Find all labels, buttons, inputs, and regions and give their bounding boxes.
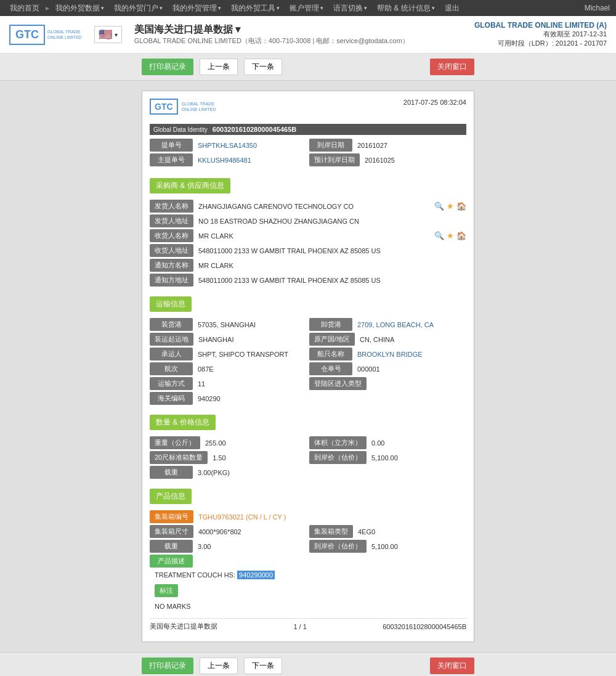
field-transport-mode: 运输方式 11: [150, 377, 307, 390]
home-icon[interactable]: 🏠: [456, 202, 466, 211]
value-consignee-name: MR CLARK: [193, 230, 432, 242]
label-consignee-name: 收货人名称: [150, 229, 193, 242]
label-manifest: 仓单号: [309, 362, 352, 375]
search-icon[interactable]: 🔍: [434, 231, 444, 240]
row-consignee-addr: 收货人地址 548011000 2133 W GAMBIT TRAIL PHOE…: [150, 244, 466, 257]
star-icon[interactable]: ★: [447, 202, 454, 211]
value-est-arrival: 20161025: [360, 155, 466, 166]
marks-button[interactable]: 标注: [155, 584, 178, 597]
label-notify-addr: 通知方地址: [150, 274, 193, 287]
nav-account[interactable]: 账户管理 ▾: [286, 1, 327, 16]
field-country-origin: 原产国/地区 CN, CHINA: [309, 333, 466, 346]
account-ldr: 可用时段（LDR）: 201201 - 201707: [474, 39, 607, 48]
label-master-bill: 主提单号: [150, 153, 193, 166]
account-validity: 有效期至 2017-12-31: [474, 30, 607, 39]
identity-label: Global Data Identity: [153, 126, 208, 133]
nav-logout[interactable]: 退出: [441, 1, 463, 16]
prev-button-bottom[interactable]: 上一条: [200, 658, 238, 674]
field-manifest: 仓单号 000001: [309, 362, 466, 375]
next-button[interactable]: 下一条: [244, 59, 282, 75]
nav-language[interactable]: 语言切换 ▾: [330, 1, 371, 16]
row-notify-name: 通知方名称 MR CLARK: [150, 259, 466, 272]
label-shipper-addr: 发货人地址: [150, 214, 193, 227]
row-voyage: 航次 087E 仓单号 000001: [150, 362, 466, 377]
field-landing-type: 登陆区进入类型: [309, 377, 466, 390]
home-icon[interactable]: 🏠: [456, 231, 466, 240]
marks-btn-area: 标注: [150, 580, 466, 601]
label-prod-price: 到岸价（估价）: [309, 540, 367, 553]
print-button[interactable]: 打印易记录: [142, 59, 193, 75]
print-button-bottom[interactable]: 打印易记录: [142, 658, 193, 674]
star-icon[interactable]: ★: [447, 231, 454, 240]
row-carrier: 承运人 SHPT, SHIPCO TRANSPORT 船只名称 BROOKLYN…: [150, 348, 466, 362]
row-shipper-name: 发货人名称 ZHANGJIAGANG CARENOVO TECHNOLOGY C…: [150, 200, 466, 213]
value-container-num: TGHU9763021 (CN / L / CY ): [193, 511, 466, 523]
marks-value: NO MARKS: [150, 601, 466, 612]
top-toolbar: 打印易记录 上一条 下一条 关闭窗口: [0, 54, 616, 81]
label-bill: 提单号: [150, 139, 193, 152]
section-buyer-supplier: 采购商 & 供应商信息: [150, 178, 230, 193]
value-load-port: 57035, SHANGHAI: [193, 319, 307, 330]
value-vessel: BROOKLYN BRIDGE: [352, 349, 466, 360]
logo-text: GTC: [15, 28, 39, 41]
close-button[interactable]: 关闭窗口: [430, 59, 474, 75]
nav-help[interactable]: 帮助 & 统计信息 ▾: [373, 1, 439, 16]
value-master-bill: KKLUSH9486481: [193, 155, 307, 166]
close-button-bottom[interactable]: 关闭窗口: [430, 658, 474, 674]
label-volume: 体积（立方米）: [309, 436, 367, 449]
doc-datetime: 2017-07-25 08:32:04: [403, 99, 466, 106]
value-transport-mode: 11: [193, 378, 307, 389]
value-prod-price: 5,100.00: [367, 541, 466, 552]
nav-management[interactable]: 我的外贸管理 ▾: [169, 1, 225, 16]
logo: GTC: [9, 25, 45, 45]
label-consignee-addr: 收货人地址: [150, 244, 193, 257]
row-container-num: 集装箱编号 TGHU9763021 (CN / L / CY ): [150, 510, 466, 523]
search-icon[interactable]: 🔍: [434, 202, 444, 211]
label-customs-code: 海关编码: [150, 392, 193, 405]
nav-user: Michael: [585, 4, 610, 12]
field-vessel: 船只名称 BROOKLYN BRIDGE: [309, 348, 466, 360]
value-customs-code: 940290: [193, 393, 466, 404]
page-header: GTC GLOBAL TRADEONLINE LIMITED 🇺🇸 ▾ 美国海关…: [0, 16, 616, 54]
value-load-weight: 3.00(PKG): [193, 467, 466, 478]
account-info: GLOBAL TRADE ONLINE LIMITED (A) 有效期至 201…: [474, 21, 607, 48]
identity-value: 600320161028000045465B: [213, 126, 296, 133]
value-arrival: 20161027: [352, 140, 466, 151]
row-transport-mode: 运输方式 11 登陆区进入类型: [150, 377, 466, 392]
row-notify-addr: 通知方地址 548011000 2133 W GAMBIT TRAIL PHOE…: [150, 274, 466, 287]
nav-items-left: 我的首页 ▸ 我的外贸数据 ▾ 我的外贸门户 ▾ 我的外贸管理 ▾ 我的外贸工具…: [6, 1, 463, 16]
footer-title: 美国每关进口提单数据: [150, 622, 217, 631]
field-est-arrival: 预计到岸日期 20161025: [309, 153, 466, 166]
nav-portal[interactable]: 我的外贸门户 ▾: [110, 1, 166, 16]
prev-button[interactable]: 上一条: [200, 59, 238, 75]
field-prod-price: 到岸价（估价） 5,100.00: [309, 540, 466, 553]
label-container-size: 集装箱尺寸: [150, 525, 193, 538]
label-notify-name: 通知方名称: [150, 259, 193, 272]
nav-arrow: ▾: [432, 5, 435, 11]
label-carrier: 承运人: [150, 348, 193, 360]
nav-tools[interactable]: 我的外贸工具 ▾: [227, 1, 283, 16]
field-load-port: 装货港 57035, SHANGHAI: [150, 318, 307, 331]
field-master-bill: 主提单号 KKLUSH9486481: [150, 153, 307, 166]
shipper-icons: 🔍 ★ 🏠: [434, 202, 466, 211]
value-container-type: 4EG0: [353, 526, 466, 537]
row-load-weight: 载重 3.00(PKG): [150, 466, 466, 479]
row-ports: 装货港 57035, SHANGHAI 卸货港 2709, LONG BEACH…: [150, 318, 466, 333]
next-button-bottom[interactable]: 下一条: [244, 658, 282, 674]
logo-area: GTC GLOBAL TRADEONLINE LIMITED: [9, 25, 82, 45]
row-shipper-addr: 发货人地址 NO 18 EASTROAD SHAZHOU ZHANGJIAGAN…: [150, 214, 466, 227]
bottom-toolbar: 打印易记录 上一条 下一条 关闭窗口: [0, 652, 616, 676]
label-landing-type: 登陆区进入类型: [309, 377, 367, 390]
hs-highlight: 940290000: [237, 571, 275, 579]
value-landing-type: [367, 382, 466, 386]
value-teu: 1.50: [208, 452, 307, 463]
nav-arrow: ▾: [101, 5, 104, 11]
section-transport: 运输信息: [150, 296, 192, 312]
page-title: 美国海关进口提单数据 ▾: [134, 23, 462, 36]
value-voyage: 087E: [193, 364, 307, 375]
nav-arrow: ▾: [320, 5, 323, 11]
nav-home[interactable]: 我的首页: [6, 1, 43, 16]
nav-trade-data[interactable]: 我的外贸数据 ▾: [52, 1, 108, 16]
value-volume: 0.00: [367, 438, 466, 449]
flag-selector[interactable]: 🇺🇸 ▾: [94, 26, 122, 43]
